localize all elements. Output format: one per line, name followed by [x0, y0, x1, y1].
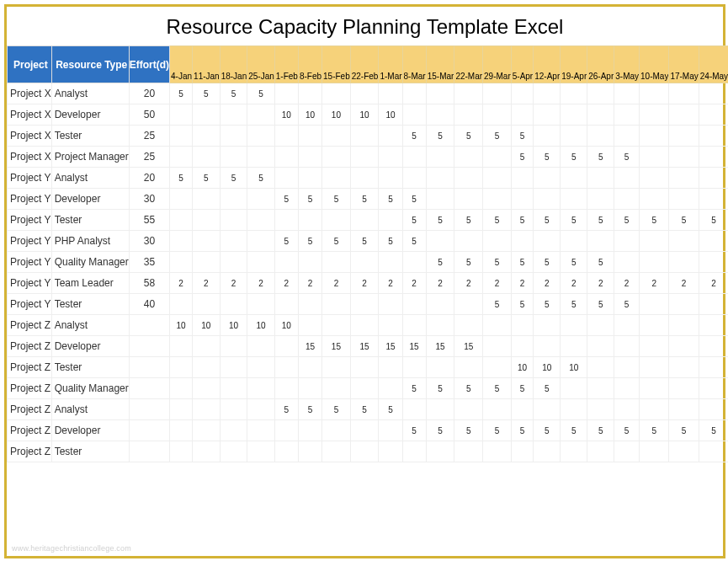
cell-allocation[interactable]	[170, 336, 193, 357]
cell-allocation[interactable]: 5	[561, 420, 587, 441]
cell-allocation[interactable]	[614, 126, 640, 147]
cell-allocation[interactable]	[483, 399, 512, 420]
cell-allocation[interactable]	[483, 168, 512, 189]
cell-project[interactable]: Project Z	[8, 315, 52, 336]
cell-allocation[interactable]	[587, 315, 614, 336]
cell-resource-type[interactable]: Quality Manager	[51, 378, 129, 399]
cell-allocation[interactable]	[193, 441, 221, 462]
cell-allocation[interactable]	[669, 252, 699, 273]
cell-allocation[interactable]	[640, 252, 669, 273]
cell-allocation[interactable]: 15	[426, 336, 454, 357]
cell-allocation[interactable]	[669, 336, 699, 357]
cell-allocation[interactable]	[193, 126, 221, 147]
cell-allocation[interactable]	[426, 147, 454, 168]
cell-allocation[interactable]	[298, 147, 321, 168]
cell-allocation[interactable]	[669, 189, 699, 210]
cell-allocation[interactable]	[379, 126, 402, 147]
cell-allocation[interactable]: 5	[483, 252, 512, 273]
cell-allocation[interactable]	[193, 378, 221, 399]
cell-resource-type[interactable]: Tester	[51, 294, 129, 315]
cell-allocation[interactable]: 5	[699, 210, 728, 231]
cell-allocation[interactable]: 5	[587, 252, 614, 273]
cell-allocation[interactable]	[170, 441, 193, 462]
cell-allocation[interactable]	[454, 315, 483, 336]
cell-allocation[interactable]	[534, 168, 561, 189]
cell-allocation[interactable]: 5	[322, 231, 351, 252]
cell-allocation[interactable]: 10	[322, 104, 351, 126]
cell-allocation[interactable]	[322, 210, 351, 231]
cell-allocation[interactable]: 5	[350, 189, 379, 210]
cell-allocation[interactable]	[298, 441, 321, 462]
cell-allocation[interactable]	[426, 399, 454, 420]
cell-allocation[interactable]: 15	[350, 336, 379, 357]
cell-allocation[interactable]: 5	[587, 294, 614, 315]
cell-allocation[interactable]: 5	[483, 210, 512, 231]
cell-allocation[interactable]: 5	[454, 126, 483, 147]
cell-resource-type[interactable]: Developer	[51, 420, 129, 441]
cell-allocation[interactable]	[247, 189, 275, 210]
cell-allocation[interactable]: 5	[561, 294, 587, 315]
cell-allocation[interactable]: 5	[193, 83, 221, 104]
cell-allocation[interactable]	[350, 83, 379, 104]
cell-allocation[interactable]: 5	[534, 294, 561, 315]
cell-allocation[interactable]	[561, 315, 587, 336]
cell-allocation[interactable]: 2	[640, 273, 669, 294]
cell-allocation[interactable]	[247, 104, 275, 126]
cell-project[interactable]: Project X	[8, 126, 52, 147]
cell-allocation[interactable]	[614, 168, 640, 189]
cell-allocation[interactable]	[699, 315, 728, 336]
cell-allocation[interactable]	[614, 189, 640, 210]
cell-allocation[interactable]	[274, 441, 298, 462]
cell-allocation[interactable]: 2	[699, 273, 728, 294]
cell-allocation[interactable]	[193, 147, 221, 168]
cell-allocation[interactable]: 2	[587, 273, 614, 294]
cell-allocation[interactable]	[379, 357, 402, 378]
cell-resource-type[interactable]: PHP Analyst	[51, 231, 129, 252]
cell-allocation[interactable]	[350, 315, 379, 336]
cell-allocation[interactable]	[511, 104, 533, 126]
cell-resource-type[interactable]: Tester	[51, 126, 129, 147]
cell-allocation[interactable]	[669, 441, 699, 462]
cell-allocation[interactable]	[587, 126, 614, 147]
cell-allocation[interactable]	[322, 420, 351, 441]
cell-allocation[interactable]	[640, 294, 669, 315]
cell-allocation[interactable]	[454, 294, 483, 315]
cell-allocation[interactable]	[640, 168, 669, 189]
cell-allocation[interactable]	[220, 189, 247, 210]
cell-allocation[interactable]	[534, 231, 561, 252]
cell-project[interactable]: Project Y	[8, 210, 52, 231]
cell-allocation[interactable]: 5	[483, 126, 512, 147]
cell-allocation[interactable]: 2	[402, 273, 426, 294]
cell-allocation[interactable]: 5	[402, 189, 426, 210]
cell-allocation[interactable]: 5	[426, 210, 454, 231]
cell-allocation[interactable]: 5	[587, 210, 614, 231]
cell-allocation[interactable]: 10	[220, 315, 247, 336]
cell-allocation[interactable]	[350, 147, 379, 168]
cell-allocation[interactable]	[379, 294, 402, 315]
cell-allocation[interactable]: 2	[669, 273, 699, 294]
cell-allocation[interactable]	[247, 378, 275, 399]
cell-allocation[interactable]	[170, 399, 193, 420]
cell-allocation[interactable]	[170, 147, 193, 168]
cell-allocation[interactable]	[699, 126, 728, 147]
cell-allocation[interactable]	[402, 252, 426, 273]
cell-allocation[interactable]	[247, 252, 275, 273]
cell-allocation[interactable]: 5	[322, 399, 351, 420]
cell-allocation[interactable]	[220, 252, 247, 273]
cell-allocation[interactable]: 5	[322, 189, 351, 210]
cell-allocation[interactable]: 5	[483, 420, 512, 441]
cell-allocation[interactable]	[193, 294, 221, 315]
cell-allocation[interactable]: 2	[274, 273, 298, 294]
cell-allocation[interactable]	[170, 378, 193, 399]
cell-allocation[interactable]: 2	[170, 273, 193, 294]
cell-resource-type[interactable]: Developer	[51, 104, 129, 126]
cell-allocation[interactable]	[640, 441, 669, 462]
cell-allocation[interactable]	[379, 441, 402, 462]
cell-effort[interactable]	[129, 357, 169, 378]
cell-allocation[interactable]	[699, 168, 728, 189]
cell-allocation[interactable]	[614, 399, 640, 420]
cell-allocation[interactable]	[247, 420, 275, 441]
cell-allocation[interactable]	[561, 168, 587, 189]
cell-allocation[interactable]: 5	[511, 378, 533, 399]
cell-allocation[interactable]	[669, 126, 699, 147]
